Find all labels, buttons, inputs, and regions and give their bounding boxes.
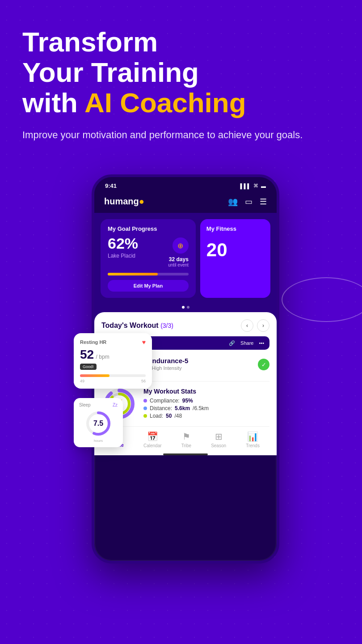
workout-title: Today's Workout	[101, 322, 159, 329]
battery-icon: ▬	[261, 183, 266, 189]
floating-hr-card: Resting HR ♥ 52 / bpm Good! 49 56	[74, 333, 152, 389]
workout-prev-button[interactable]: ‹	[241, 319, 253, 332]
stats-title: My Workout Stats	[143, 388, 269, 395]
status-bar: 9:41 ▌▌▌ ⌘ ▬	[94, 177, 277, 192]
sleep-donut: 7.5	[85, 410, 112, 437]
calendar-label: Calendar	[143, 443, 162, 448]
sleep-value: 7.5	[93, 419, 103, 428]
phone-mockup: Resting HR ♥ 52 / bpm Good! 49 56 Sleep …	[65, 174, 297, 626]
sleep-icon: Zz	[113, 402, 118, 407]
tribe-label: Tribe	[181, 443, 191, 448]
hr-title: Resting HR	[80, 339, 106, 345]
workout-nav[interactable]: ‹ ›	[241, 319, 269, 332]
workout-next-button[interactable]: ›	[257, 319, 269, 332]
season-icon: ⊞	[215, 431, 223, 442]
hero-title: Transform Your Training with AI Coaching	[22, 27, 340, 119]
distance-dot	[143, 407, 147, 410]
activity-actions[interactable]: 🔗 Share •••	[229, 340, 264, 346]
trends-icon: 📊	[247, 431, 258, 442]
hr-range: 49 56	[80, 379, 146, 383]
nav-item-calendar[interactable]: 📅 Calendar	[143, 431, 162, 448]
nav-item-tribe[interactable]: ⚑ Tribe	[181, 431, 191, 448]
status-time: 9:41	[105, 182, 117, 189]
fitness-number: 20	[206, 239, 264, 261]
signal-icon: ▌▌▌	[240, 183, 251, 189]
workout-title-group: Today's Workout (3/3)	[101, 322, 173, 330]
distance-stat: Distance: 5.6km /6.5km	[143, 405, 269, 411]
nav-item-season[interactable]: ⊞ Season	[211, 431, 226, 448]
goal-days: 32 days	[168, 256, 189, 263]
people-icon[interactable]: 👥	[228, 197, 238, 207]
sleep-label: hours	[79, 439, 118, 443]
app-header: humang● 👥 ▭ ☰	[94, 192, 277, 213]
cards-row: My Goal Progress 62% Lake Placid ⊕ 32 da…	[101, 219, 270, 298]
hr-bar	[80, 374, 146, 377]
hr-unit: / bpm	[96, 354, 109, 360]
goal-name: Lake Placid	[108, 253, 138, 259]
link-icon: 🔗	[229, 340, 235, 346]
menu-icon[interactable]: ☰	[260, 197, 267, 207]
status-icons: ▌▌▌ ⌘ ▬	[240, 183, 266, 189]
sleep-title: Sleep	[79, 402, 91, 407]
wifi-icon: ⌘	[253, 183, 258, 189]
goal-percent: 62%	[108, 236, 138, 251]
hero-section: Transform Your Training with AI Coaching…	[22, 27, 340, 142]
edit-plan-button[interactable]: Edit My Plan	[108, 280, 189, 292]
hero-subtitle: Improve your motivation and performance …	[22, 127, 340, 142]
heart-icon: ♥	[142, 339, 146, 346]
load-stat: Load: 50 /48	[143, 413, 269, 419]
compliance-dot	[143, 399, 147, 402]
hr-bar-fill	[80, 374, 109, 377]
floating-sleep-card: Sleep Zz 7.5 hours	[74, 398, 123, 447]
hr-value: 52	[80, 347, 94, 361]
compliance-stat: Compliance: 95%	[143, 398, 269, 404]
trends-label: Trends	[246, 443, 260, 448]
workout-header: Today's Workout (3/3) ‹ ›	[101, 319, 269, 332]
bottom-navigation: ⌂ Home 📅 Calendar ⚑ Tribe ⊞ Season	[101, 426, 269, 452]
workout-count: (3/3)	[160, 322, 173, 329]
page-dots	[101, 302, 270, 312]
more-icon[interactable]: •••	[259, 340, 264, 346]
complete-check-icon: ✓	[258, 359, 269, 370]
dot-2	[187, 306, 189, 309]
goal-progress-card: My Goal Progress 62% Lake Placid ⊕ 32 da…	[101, 219, 196, 298]
stats-info: My Workout Stats Compliance: 95% Distanc…	[143, 388, 269, 420]
calendar-icon: 📅	[147, 431, 158, 442]
load-dot	[143, 414, 147, 418]
dot-1	[182, 306, 185, 309]
chat-icon[interactable]: ▭	[245, 197, 253, 207]
header-icons[interactable]: 👥 ▭ ☰	[228, 197, 267, 207]
target-icon: ⊕	[173, 237, 189, 254]
share-label[interactable]: Share	[240, 340, 253, 346]
goal-progress-fill	[108, 273, 158, 275]
fitness-title: My Fitness	[206, 225, 264, 232]
app-logo: humang●	[104, 196, 144, 207]
nav-item-trends[interactable]: 📊 Trends	[246, 431, 260, 448]
goal-card-title: My Goal Progress	[108, 225, 189, 232]
home-indicator	[163, 453, 208, 455]
fitness-card: My Fitness 20	[200, 219, 270, 298]
hr-badge: Good!	[80, 364, 97, 370]
goal-progress-bar	[108, 273, 189, 275]
goal-days-label: until event	[168, 263, 189, 267]
tribe-icon: ⚑	[182, 431, 190, 442]
season-label: Season	[211, 443, 226, 448]
